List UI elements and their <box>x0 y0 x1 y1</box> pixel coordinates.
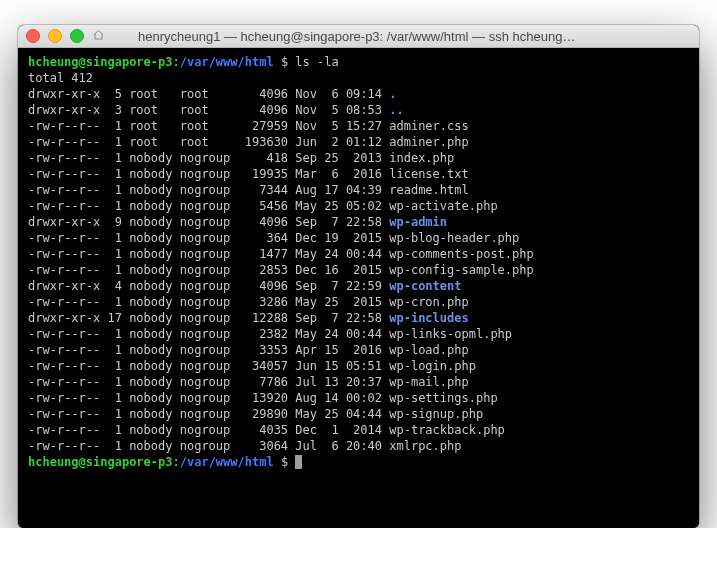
prompt-user: hcheung@singapore-p3 <box>28 455 173 469</box>
file-name: adminer.css <box>389 119 468 133</box>
ls-row: -rw-r--r-- 1 nobody nogroup 19935 Mar 6 … <box>28 167 469 181</box>
window-title: henrycheung1 — hcheung@singapore-p3: /va… <box>18 29 699 44</box>
prompt-dollar: $ <box>274 55 296 69</box>
ls-row: -rw-r--r-- 1 nobody nogroup 4035 Dec 1 2… <box>28 423 505 437</box>
ls-row: -rw-r--r-- 1 nobody nogroup 418 Sep 25 2… <box>28 151 454 165</box>
file-name: wp-blog-header.php <box>389 231 519 245</box>
ls-row: -rw-r--r-- 1 nobody nogroup 2853 Dec 16 … <box>28 263 534 277</box>
file-name: wp-mail.php <box>389 375 468 389</box>
file-name: wp-load.php <box>389 343 468 357</box>
file-name: readme.html <box>389 183 468 197</box>
prompt-path: /var/www/html <box>180 55 274 69</box>
file-name: wp-config-sample.php <box>389 263 534 277</box>
file-name: wp-activate.php <box>389 199 497 213</box>
ls-row: -rw-r--r-- 1 nobody nogroup 5456 May 25 … <box>28 199 498 213</box>
ls-row: drwxr-xr-x 5 root root 4096 Nov 6 09:14 … <box>28 87 396 101</box>
file-name: wp-comments-post.php <box>389 247 534 261</box>
close-icon[interactable] <box>26 29 40 43</box>
prompt-path: /var/www/html <box>180 455 274 469</box>
ls-row: drwxr-xr-x 4 nobody nogroup 4096 Sep 7 2… <box>28 279 461 293</box>
titlebar[interactable]: henrycheung1 — hcheung@singapore-p3: /va… <box>18 25 699 48</box>
file-name: . <box>389 87 396 101</box>
zoom-icon[interactable] <box>70 29 84 43</box>
ls-row: drwxr-xr-x 9 nobody nogroup 4096 Sep 7 2… <box>28 215 447 229</box>
file-name: wp-admin <box>389 215 447 229</box>
command-text: ls -la <box>295 55 338 69</box>
ls-row: -rw-r--r-- 1 nobody nogroup 364 Dec 19 2… <box>28 231 519 245</box>
file-name: wp-login.php <box>389 359 476 373</box>
ls-row: -rw-r--r-- 1 root root 27959 Nov 5 15:27… <box>28 119 469 133</box>
ls-row: -rw-r--r-- 1 nobody nogroup 3353 Apr 15 … <box>28 343 469 357</box>
ls-row: -rw-r--r-- 1 nobody nogroup 7344 Aug 17 … <box>28 183 469 197</box>
file-name: adminer.php <box>389 135 468 149</box>
ls-row: -rw-r--r-- 1 nobody nogroup 2382 May 24 … <box>28 327 512 341</box>
file-name: index.php <box>389 151 454 165</box>
prompt-colon: : <box>173 455 180 469</box>
ls-row: -rw-r--r-- 1 nobody nogroup 3064 Jul 6 2… <box>28 439 461 453</box>
file-name: wp-links-opml.php <box>389 327 512 341</box>
terminal-window: henrycheung1 — hcheung@singapore-p3: /va… <box>18 25 699 528</box>
minimize-icon[interactable] <box>48 29 62 43</box>
file-name: xmlrpc.php <box>389 439 461 453</box>
terminal-body[interactable]: hcheung@singapore-p3:/var/www/html $ ls … <box>18 48 699 528</box>
file-name: wp-includes <box>389 311 468 325</box>
ls-row: drwxr-xr-x 17 nobody nogroup 12288 Sep 7… <box>28 311 469 325</box>
file-name: license.txt <box>389 167 468 181</box>
file-name: .. <box>389 103 403 117</box>
file-name: wp-content <box>389 279 461 293</box>
ls-row: -rw-r--r-- 1 nobody nogroup 34057 Jun 15… <box>28 359 476 373</box>
ls-row: -rw-r--r-- 1 nobody nogroup 7786 Jul 13 … <box>28 375 469 389</box>
file-name: wp-signup.php <box>389 407 483 421</box>
ls-row: drwxr-xr-x 3 root root 4096 Nov 5 08:53 … <box>28 103 404 117</box>
file-name: wp-cron.php <box>389 295 468 309</box>
ls-row: -rw-r--r-- 1 root root 193630 Jun 2 01:1… <box>28 135 469 149</box>
file-name: wp-settings.php <box>389 391 497 405</box>
cursor <box>295 455 302 469</box>
ls-row: -rw-r--r-- 1 nobody nogroup 1477 May 24 … <box>28 247 534 261</box>
ls-row: -rw-r--r-- 1 nobody nogroup 13920 Aug 14… <box>28 391 498 405</box>
traffic-lights <box>26 29 84 43</box>
prompt-dollar: $ <box>274 455 296 469</box>
prompt-colon: : <box>173 55 180 69</box>
home-icon <box>92 29 105 43</box>
ls-row: -rw-r--r-- 1 nobody nogroup 29890 May 25… <box>28 407 483 421</box>
prompt-user: hcheung@singapore-p3 <box>28 55 173 69</box>
ls-row: -rw-r--r-- 1 nobody nogroup 3286 May 25 … <box>28 295 469 309</box>
file-name: wp-trackback.php <box>389 423 505 437</box>
total-line: total 412 <box>28 71 93 85</box>
